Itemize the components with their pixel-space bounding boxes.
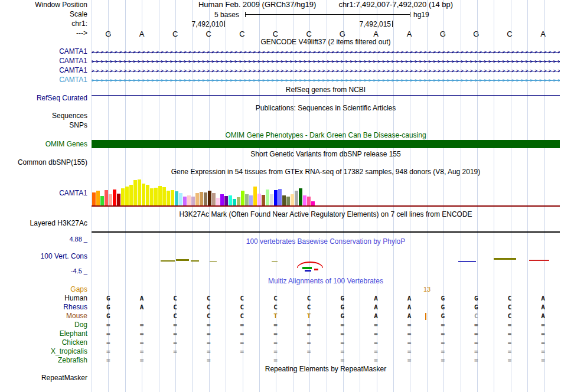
alignment-base: =	[459, 339, 493, 347]
alignment-base: =	[226, 321, 259, 329]
alignment-base: =	[493, 357, 527, 365]
alignment-base: C	[158, 295, 192, 303]
alignment-base: G	[426, 312, 459, 321]
alignment-base: =	[493, 348, 527, 356]
alignment-base: =	[526, 357, 560, 365]
alignment-row-mouse: GCCCTTGAAGCCA	[92, 312, 560, 321]
alignment-base: =	[326, 321, 360, 329]
alignment-base: C	[259, 303, 292, 312]
alignment-base: =	[459, 348, 493, 356]
alignment-base: C	[493, 312, 527, 321]
alignment-base: =	[226, 330, 259, 338]
alignment-base: =	[359, 330, 393, 338]
alignment-row-zebrafish: ===========	[92, 357, 560, 365]
conservation-mark	[161, 260, 175, 262]
alignment-base: G	[326, 295, 360, 303]
alignment-base: =	[259, 330, 292, 338]
alignment-base: C	[259, 295, 292, 303]
alignment-base: =	[192, 321, 226, 329]
alignment-base: T	[259, 312, 292, 321]
alignment-base: G	[326, 303, 360, 312]
alignment-base: =	[526, 330, 560, 338]
alignment-base: =	[259, 348, 292, 356]
alignment-base: =	[459, 330, 493, 338]
gene-model-row-3[interactable]: >>>>>>>>>>>>>>>>>>>>>>>>>>>>>>>>>>>>>>>>…	[92, 68, 560, 74]
alignment-base: =	[459, 357, 493, 365]
conservation-mark	[458, 261, 476, 262]
alignment-base: =	[259, 339, 292, 347]
alignment-base: =	[292, 321, 326, 329]
alignment-base: C	[226, 312, 259, 321]
alignment-base: A	[393, 312, 426, 321]
alignment-base: A	[359, 295, 393, 303]
alignment-base: =	[292, 348, 326, 356]
alignment-base: G	[426, 295, 459, 303]
alignment-base: G	[459, 303, 493, 312]
alignment-base: G	[92, 295, 125, 303]
alignment-base: =	[226, 339, 259, 347]
alignment-base: C	[192, 295, 226, 303]
alignment-base: =	[393, 321, 426, 329]
alignment-base: C	[158, 303, 192, 312]
alignment-base: =	[426, 330, 459, 338]
alignment-base: =	[158, 339, 192, 347]
alignment-row-dog: ==============	[92, 321, 560, 329]
alignment-base: =	[393, 339, 426, 347]
alignment-base: =	[92, 339, 125, 347]
alignment-base: =	[92, 321, 125, 329]
alignment-base: =	[393, 348, 426, 356]
alignment-row-human: GACCCCCGAAGGCA	[92, 295, 560, 303]
gene-model-row-2[interactable]: >>>>>>>>>>>>>>>>>>>>>>>>>>>>>>>>>>>>>>>>…	[92, 59, 560, 64]
alignment-base: =	[92, 348, 125, 356]
alignment-base: A	[526, 303, 560, 312]
alignment-base: A	[125, 303, 159, 312]
genome-browser-image: Window Position Scale chr1: ---> RefSeq …	[0, 0, 561, 392]
alignment-base: C	[226, 303, 259, 312]
alignment-base: A	[359, 303, 393, 312]
alignment-base: =	[192, 357, 226, 365]
alignment-row-rhesus: GACCCCCGAAGGCA	[92, 303, 560, 312]
alignment-base: C	[493, 303, 527, 312]
track-layers: >>>>>>>>>>>>>>>>>>>>>>>>>>>>>>>>>>>>>>>>…	[0, 0, 561, 392]
alignment-base: =	[326, 348, 360, 356]
alignment-base: =	[359, 357, 393, 365]
alignment-base: A	[526, 312, 560, 321]
alignment-insert-marker	[425, 313, 426, 320]
alignment-base: G	[92, 312, 125, 321]
alignment-base: =	[158, 348, 192, 356]
alignment-base: G	[326, 312, 360, 321]
alignment-base: =	[426, 348, 459, 356]
alignment-base: =	[493, 321, 527, 329]
conservation-mark	[272, 261, 278, 262]
alignment-row-elephant: ==============	[92, 330, 560, 338]
alignment-base: =	[259, 321, 292, 329]
conservation-mark	[176, 259, 189, 261]
alignment-base: =	[359, 339, 393, 347]
alignment-base: =	[92, 357, 125, 365]
alignment-base: =	[192, 348, 226, 356]
conservation-mark	[529, 260, 549, 261]
alignment-base: G	[426, 303, 459, 312]
alignment-base: =	[459, 321, 493, 329]
alignment-base: C	[493, 295, 527, 303]
gene-model-row-4[interactable]: >>>>>>>>>>>>>>>>>>>>>>>>>>>>>>>>>>>>>>>>…	[92, 78, 560, 83]
gene-model-row-1[interactable]: >>>>>>>>>>>>>>>>>>>>>>>>>>>>>>>>>>>>>>>>…	[92, 50, 560, 55]
alignment-base: A	[393, 295, 426, 303]
conservation-mark	[494, 258, 516, 260]
alignment-base: =	[259, 357, 292, 365]
alignment-base: =	[393, 330, 426, 338]
alignment-base: =	[125, 330, 159, 338]
alignment-base: C	[292, 303, 326, 312]
alignment-base: A	[125, 295, 159, 303]
conservation-mark	[210, 261, 217, 262]
alignment-base: =	[192, 330, 226, 338]
alignment-base: A	[526, 295, 560, 303]
alignment-base: G	[92, 303, 125, 312]
alignment-base: G	[459, 295, 493, 303]
alignment-base: =	[359, 321, 393, 329]
conservation-mark	[305, 270, 311, 272]
alignment-base: =	[92, 330, 125, 338]
alignment-base: C	[192, 303, 226, 312]
alignment-base: =	[359, 348, 393, 356]
alignment-base: T	[292, 312, 326, 321]
